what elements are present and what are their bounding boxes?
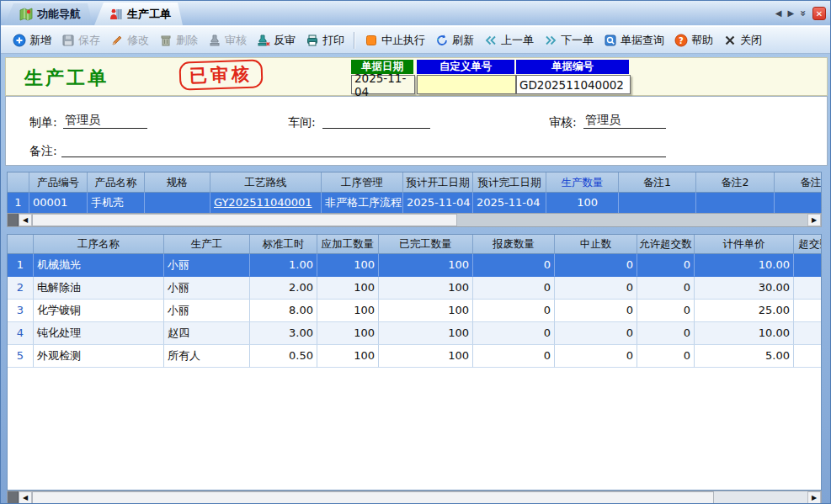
custom-no-field[interactable] (417, 75, 516, 94)
query-button[interactable]: 单据查询 (599, 30, 669, 50)
cell-halt-qty[interactable]: 0 (555, 254, 637, 277)
tab-function-nav[interactable]: 功能导航 (4, 3, 93, 25)
cell-std-hours[interactable]: 3.00 (250, 322, 317, 345)
cell-scrap-qty[interactable]: 0 (473, 254, 555, 277)
cell-worker[interactable]: 小丽 (164, 254, 250, 277)
workshop-field[interactable] (322, 112, 430, 129)
cell-halt-qty[interactable]: 0 (555, 345, 637, 368)
tab-list-chevron-icon[interactable]: » (797, 10, 809, 17)
cell-std-hours[interactable]: 0.50 (250, 345, 317, 368)
print-button[interactable]: 打印 (301, 30, 349, 50)
cell-over-qty[interactable] (794, 254, 822, 277)
cell-halt-qty[interactable]: 0 (555, 300, 637, 322)
unaudit-button[interactable]: 反审 (252, 30, 301, 50)
cell-piece-price[interactable]: 10.00 (695, 322, 794, 345)
cell-spec[interactable] (145, 193, 210, 214)
previous-order-button[interactable]: 上一单 (479, 30, 539, 50)
cell-worker[interactable]: 小丽 (164, 277, 250, 300)
audit-button[interactable]: 审核 (203, 30, 252, 50)
cell-process-name[interactable]: 机械抛光 (34, 254, 164, 277)
cell-over-allow[interactable]: 0 (637, 254, 695, 277)
cell-piece-price[interactable]: 10.00 (695, 254, 794, 277)
cell-scrap-qty[interactable]: 0 (473, 277, 555, 300)
cell-process-name[interactable]: 电解除油 (34, 277, 164, 300)
abort-button[interactable]: 中止执行 (360, 30, 430, 50)
cell-plan-qty[interactable]: 100 (317, 322, 379, 345)
cell-std-hours[interactable]: 2.00 (250, 277, 317, 300)
cell-product-name[interactable]: 手机壳 (88, 193, 145, 214)
delete-button[interactable]: 删除 (154, 30, 203, 50)
close-tab-icon[interactable]: ✕ (812, 7, 826, 20)
scroll-tabs-left-icon[interactable]: ◀ (775, 7, 782, 20)
route-link[interactable]: GY202511040001 (214, 196, 312, 209)
scrollbar-thumb[interactable] (32, 491, 714, 504)
next-order-button[interactable]: 下一单 (539, 30, 599, 50)
scroll-left-button[interactable]: ◀ (19, 214, 32, 226)
cell-over-qty[interactable] (794, 345, 822, 368)
scroll-right-button[interactable]: ▶ (807, 214, 821, 226)
table-row[interactable]: 5 外观检测 所有人 0.50 100 100 0 0 0 5.00 (8, 345, 822, 368)
cell-piece-price[interactable]: 30.00 (695, 277, 794, 300)
new-button[interactable]: 新增 (8, 30, 56, 50)
cell-plan-qty[interactable]: 100 (317, 345, 379, 368)
cell-worker[interactable]: 赵四 (164, 322, 250, 345)
cell-over-qty[interactable] (794, 300, 822, 322)
help-button[interactable]: ? 帮助 (669, 30, 718, 50)
table-row[interactable]: 3 化学镀铜 小丽 8.00 100 100 0 0 0 25.00 (8, 300, 822, 322)
auditor-field[interactable]: 管理员 (583, 112, 666, 129)
cell-remark2[interactable] (696, 193, 775, 214)
doc-no-field[interactable]: GD202511040002 (516, 75, 631, 94)
remark-field[interactable] (61, 141, 666, 157)
cell-over-allow[interactable]: 0 (637, 300, 695, 322)
scroll-right-button[interactable]: ▶ (807, 491, 821, 504)
save-button[interactable]: 保存 (56, 30, 105, 50)
cell-remark1[interactable] (619, 193, 696, 214)
refresh-button[interactable]: 刷新 (430, 30, 479, 50)
table-row[interactable]: 1 机械抛光 小丽 1.00 100 100 0 0 0 10.00 (8, 254, 822, 277)
cell-piece-price[interactable]: 5.00 (695, 345, 794, 368)
cell-over-qty[interactable] (794, 277, 822, 300)
cell-over-allow[interactable]: 0 (637, 322, 695, 345)
cell-over-allow[interactable]: 0 (637, 345, 695, 368)
cell-halt-qty[interactable]: 0 (555, 277, 637, 300)
scrollbar-thumb[interactable] (32, 214, 457, 226)
cell-worker[interactable]: 所有人 (164, 345, 250, 368)
cell-process-name[interactable]: 化学镀铜 (34, 300, 164, 322)
close-button[interactable]: 关闭 (718, 30, 767, 50)
cell-over-allow[interactable]: 0 (637, 277, 695, 300)
cell-std-hours[interactable]: 1.00 (250, 254, 317, 277)
cell-plan-qty[interactable]: 100 (317, 300, 379, 322)
cell-scrap-qty[interactable]: 0 (473, 300, 555, 322)
doc-date-field[interactable]: 2025-11-04 (351, 75, 415, 94)
scroll-tabs-right-icon[interactable]: ▶ (788, 7, 795, 20)
cell-process-name[interactable]: 钝化处理 (34, 322, 164, 345)
cell-done-qty[interactable]: 100 (379, 322, 473, 345)
cell-scrap-qty[interactable]: 0 (473, 345, 555, 368)
cell-finish-date[interactable]: 2025-11-04 (473, 193, 546, 214)
tab-production-order[interactable]: 生产工单 (94, 3, 183, 25)
cell-done-qty[interactable]: 100 (379, 300, 473, 322)
maker-field[interactable]: 管理员 (63, 112, 147, 129)
cell-process-name[interactable]: 外观检测 (34, 345, 164, 368)
scrollbar-track[interactable] (32, 214, 807, 226)
table-row[interactable]: 4 钝化处理 赵四 3.00 100 100 0 0 0 10.00 (8, 322, 822, 345)
scroll-left-button[interactable]: ◀ (19, 491, 32, 504)
table-row[interactable]: 2 电解除油 小丽 2.00 100 100 0 0 0 30.00 (8, 277, 822, 300)
cell-start-date[interactable]: 2025-11-04 (403, 193, 473, 214)
cell-remark3[interactable] (775, 193, 822, 214)
cell-done-qty[interactable]: 100 (379, 254, 473, 277)
cell-plan-qty[interactable]: 100 (317, 277, 379, 300)
scrollbar-track[interactable] (32, 491, 807, 504)
edit-button[interactable]: 修改 (105, 30, 154, 50)
cell-done-qty[interactable]: 100 (379, 277, 473, 300)
table-row[interactable]: 1 00001 手机壳 GY202511040001 非严格工序流程 2025-… (8, 193, 822, 214)
cell-product-code[interactable]: 00001 (29, 193, 88, 214)
cell-halt-qty[interactable]: 0 (555, 322, 637, 345)
cell-worker[interactable]: 小丽 (164, 300, 250, 322)
cell-done-qty[interactable]: 100 (379, 345, 473, 368)
cell-qty[interactable]: 100 (546, 193, 619, 214)
cell-std-hours[interactable]: 8.00 (250, 300, 317, 322)
cell-scrap-qty[interactable]: 0 (473, 322, 555, 345)
cell-process-mode[interactable]: 非严格工序流程 (322, 193, 403, 214)
cell-plan-qty[interactable]: 100 (317, 254, 379, 277)
